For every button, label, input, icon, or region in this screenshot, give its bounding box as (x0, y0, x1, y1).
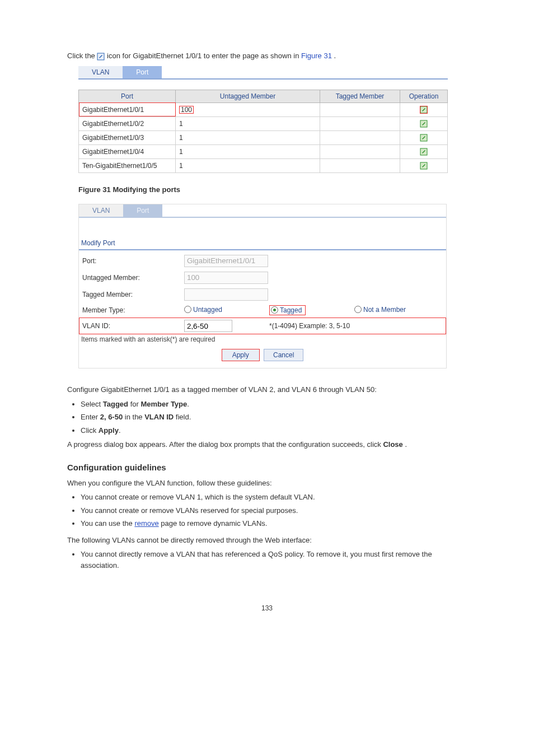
list-item: Select Tagged for Member Type. (81, 399, 467, 410)
note-list: You cannot directly remove a VLAN that h… (81, 549, 467, 571)
step-list: Select Tagged for Member Type. Enter 2, … (81, 399, 467, 436)
port-name: GigabitEthernet1/0/3 (82, 134, 144, 142)
table-row: GigabitEthernet1/0/4 1 (79, 144, 448, 158)
col-tagged: Tagged Member (320, 90, 400, 102)
label-member-type: Member Type: (82, 306, 125, 314)
table-row: Ten-GigabitEthernet1/0/5 1 (79, 158, 448, 172)
radio-untagged-label: Untagged (193, 306, 222, 314)
untagged-value: 1 (179, 162, 183, 170)
port-field (184, 255, 268, 267)
edit-icon (97, 53, 105, 60)
table-row: GigabitEthernet1/0/1 100 (79, 102, 448, 116)
col-port: Port (79, 90, 176, 102)
radio-tagged-label: Tagged (280, 306, 302, 314)
table-row: GigabitEthernet1/0/3 1 (79, 130, 448, 144)
radio-not-member-label: Not a Member (363, 306, 406, 314)
edit-icon[interactable] (420, 148, 428, 156)
col-operation: Operation (400, 90, 448, 102)
radio-untagged[interactable]: Untagged (184, 306, 222, 314)
list-item: You cannot create or remove VLANs reserv… (81, 505, 467, 516)
edit-icon[interactable] (420, 106, 428, 114)
instruction-line: Configure GigabitEthernet 1/0/1 as a tag… (67, 385, 377, 394)
after-text: A progress dialog box appears. After the… (67, 440, 383, 449)
untagged-field (184, 272, 268, 284)
untagged-value: 1 (179, 134, 183, 142)
modify-port-title: Modify Port (79, 218, 446, 248)
untagged-value: 1 (179, 148, 183, 156)
label-vlan-id: VLAN ID: (82, 322, 110, 330)
cancel-button[interactable]: Cancel (264, 349, 303, 361)
list-item: You cannot create or remove VLAN 1, whic… (81, 492, 467, 503)
edit-icon[interactable] (420, 134, 428, 142)
list-item: You can use the remove page to remove dy… (81, 518, 467, 529)
edit-icon[interactable] (420, 162, 428, 170)
guideline-list: You cannot create or remove VLAN 1, whic… (81, 492, 467, 529)
following-note: The following VLANs cannot be directly r… (67, 536, 312, 544)
remove-link[interactable]: remove (134, 519, 158, 528)
guidelines-intro: When you configure the VLAN function, fo… (67, 479, 272, 487)
tab-vlan[interactable]: VLAN (78, 66, 123, 78)
intro-text: icon for GigabitEthernet 1/0/1 to enter … (107, 52, 301, 60)
after-text: . (405, 440, 407, 449)
untagged-value: 1 (179, 120, 183, 128)
intro-text: . (334, 52, 336, 60)
port-name: GigabitEthernet1/0/1 (82, 106, 144, 114)
list-item: Enter 2, 6-50 in the VLAN ID field. (81, 412, 467, 423)
figure-ref: Figure 31 (301, 52, 332, 60)
tab-row: VLANPort (79, 204, 446, 218)
figure-caption: Figure 31 Modifying the ports (0, 176, 534, 199)
section-heading: Configuration guidelines (0, 450, 534, 478)
port-membership-table: Port Untagged Member Tagged Member Opera… (78, 90, 448, 173)
tab-vlan[interactable]: VLAN (79, 204, 123, 217)
port-name: Ten-GigabitEthernet1/0/5 (82, 162, 157, 170)
radio-not-member[interactable]: Not a Member (354, 306, 406, 314)
label-tagged: Tagged Member: (82, 291, 133, 298)
untagged-value: 100 (179, 106, 194, 114)
label-untagged: Untagged Member: (82, 274, 140, 282)
apply-button[interactable]: Apply (222, 349, 260, 361)
list-item: Click Apply. (81, 425, 467, 436)
intro-text: Click the (67, 52, 97, 60)
col-untagged: Untagged Member (176, 90, 320, 102)
tab-port[interactable]: Port (123, 66, 162, 78)
vlan-id-field[interactable] (184, 320, 232, 332)
tab-row: VLANPort (78, 66, 448, 80)
after-bold: Close (383, 440, 402, 449)
page-number: 133 (0, 604, 534, 612)
radio-tagged[interactable]: Tagged (269, 305, 306, 315)
edit-icon[interactable] (420, 120, 428, 128)
modify-port-form: Port: Untagged Member: Tagged Member: Me… (79, 253, 446, 335)
port-name: GigabitEthernet1/0/2 (82, 120, 144, 128)
tab-port[interactable]: Port (123, 204, 162, 217)
tagged-field (184, 288, 268, 301)
required-hint: Items marked with an asterisk(*) are req… (79, 334, 446, 347)
label-port: Port: (82, 257, 96, 265)
port-name: GigabitEthernet1/0/4 (82, 148, 144, 156)
vlan-id-hint: *(1-4094) Example: 3, 5-10 (269, 322, 350, 330)
list-item: You cannot directly remove a VLAN that h… (81, 549, 467, 571)
table-row: GigabitEthernet1/0/2 1 (79, 116, 448, 130)
